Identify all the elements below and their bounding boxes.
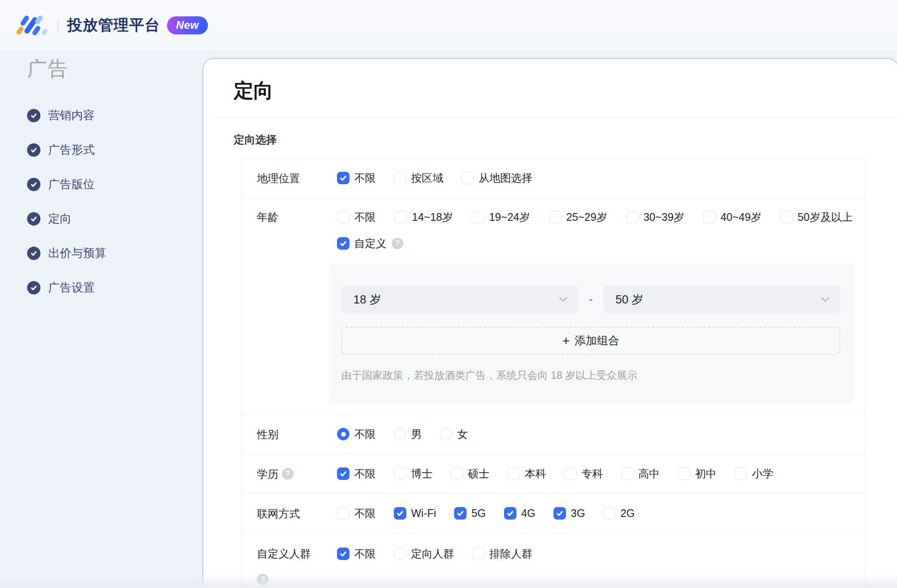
checkbox-option-age[interactable]: 不限: [337, 210, 376, 224]
form-row-age: 年龄不限14~18岁19~24岁25~29岁30~39岁40~49岁50岁及以上…: [242, 198, 865, 415]
help-icon[interactable]: [282, 468, 294, 480]
add-combination-button[interactable]: +添加组合: [341, 327, 840, 355]
sidebar-item-ad-placement[interactable]: 广告版位: [27, 176, 203, 193]
checkbox-option-education[interactable]: 不限: [337, 467, 376, 481]
row-label-text: 学历: [257, 465, 278, 483]
checkbox-option-custom-audience[interactable]: 定向人群: [394, 547, 454, 561]
checkbox-checked[interactable]: [337, 237, 350, 250]
option-label: 排除人群: [489, 547, 532, 561]
app-title: 投放管理平台: [67, 15, 160, 35]
checkbox-option-network[interactable]: 5G: [454, 507, 486, 520]
option-label: 专科: [582, 467, 603, 481]
checkbox-option-age[interactable]: 25~29岁: [549, 210, 607, 224]
checkbox-unchecked[interactable]: [507, 467, 520, 480]
row-label-gender: 性别: [242, 426, 337, 443]
checkbox-checked[interactable]: [337, 548, 350, 560]
new-badge: New: [167, 16, 208, 34]
checkbox-unchecked[interactable]: [472, 211, 484, 223]
checkbox-option-network[interactable]: 4G: [504, 507, 535, 520]
checkbox-unchecked[interactable]: [472, 548, 485, 560]
help-icon[interactable]: [392, 238, 403, 249]
row-content: 不限按区域从地图选择: [337, 170, 865, 187]
checkbox-option-age[interactable]: 自定义: [337, 236, 387, 251]
radio-option-gender[interactable]: 男: [394, 427, 422, 441]
checkbox-checked[interactable]: [337, 172, 350, 184]
checkbox-option-age[interactable]: 30~39岁: [626, 210, 684, 224]
radio-option-gender[interactable]: 不限: [337, 427, 376, 441]
option-label: 2G: [620, 507, 634, 520]
checkbox-unchecked[interactable]: [703, 211, 716, 223]
checkbox-option-education[interactable]: 本科: [507, 467, 546, 481]
checkbox-unchecked[interactable]: [549, 211, 561, 223]
checkbox-unchecked[interactable]: [394, 548, 406, 560]
checkbox-unchecked[interactable]: [626, 211, 639, 223]
checkbox-option-age[interactable]: 50岁及以上: [780, 210, 853, 224]
radio-unchecked[interactable]: [440, 428, 452, 440]
sidebar-item-bid-budget[interactable]: 出价与预算: [27, 244, 203, 262]
checkbox-option-network[interactable]: 2G: [603, 507, 634, 520]
page-title: 定向: [234, 77, 273, 104]
age-from-select[interactable]: 18 岁: [341, 285, 578, 313]
checkbox-checked[interactable]: [394, 507, 406, 520]
checkbox-option-education[interactable]: 博士: [394, 467, 433, 481]
option-label: 从地图选择: [479, 171, 532, 185]
checkbox-unchecked[interactable]: [394, 467, 406, 480]
row-label-education: 学历: [242, 465, 337, 483]
checkbox-unchecked[interactable]: [621, 467, 634, 480]
checkbox-unchecked[interactable]: [564, 467, 577, 480]
row-label-text: 联网方式: [257, 505, 300, 522]
form-row-custom-audience: 自定义人群不限定向人群排除人群: [242, 533, 865, 588]
sidebar-item-ad-settings[interactable]: 广告设置: [27, 279, 203, 296]
radio-option-gender[interactable]: 女: [440, 427, 468, 441]
app-header: 投放管理平台 New: [0, 0, 897, 50]
checkbox-option-geo[interactable]: 按区域: [394, 171, 443, 185]
sidebar-item-targeting[interactable]: 定向: [27, 210, 203, 227]
radio-checked[interactable]: [337, 428, 350, 440]
checkbox-unchecked[interactable]: [461, 172, 474, 184]
sidebar-nav: 营销内容广告形式广告版位定向出价与预算广告设置: [27, 107, 203, 296]
sidebar-item-label: 定向: [48, 211, 71, 226]
option-label: 50岁及以上: [798, 210, 853, 224]
check-circle-icon: [27, 178, 40, 191]
checkbox-option-custom-audience[interactable]: 排除人群: [472, 547, 532, 561]
sidebar-item-ad-format[interactable]: 广告形式: [27, 141, 203, 158]
checkbox-option-geo[interactable]: 不限: [337, 171, 376, 185]
option-label: 定向人群: [411, 547, 454, 561]
checkbox-unchecked[interactable]: [451, 467, 463, 480]
checkbox-checked[interactable]: [554, 507, 566, 520]
checkbox-option-education[interactable]: 初中: [678, 467, 717, 481]
checkbox-unchecked[interactable]: [337, 507, 350, 520]
checkbox-option-education[interactable]: 小学: [735, 467, 773, 481]
option-label: 30~39岁: [643, 210, 684, 224]
checkbox-option-age[interactable]: 40~49岁: [703, 210, 761, 224]
checkbox-option-education[interactable]: 高中: [621, 467, 660, 481]
options-line: 不限博士硕士本科专科高中初中小学: [337, 465, 865, 483]
checkbox-checked[interactable]: [454, 507, 467, 520]
checkbox-option-network[interactable]: 不限: [337, 506, 376, 520]
checkbox-unchecked[interactable]: [337, 211, 350, 223]
checkbox-option-network[interactable]: 3G: [554, 507, 585, 520]
checkbox-checked[interactable]: [337, 467, 350, 480]
checkbox-option-education[interactable]: 硕士: [451, 467, 489, 481]
checkbox-checked[interactable]: [504, 507, 517, 520]
checkbox-unchecked[interactable]: [735, 467, 747, 480]
checkbox-option-network[interactable]: Wi-Fi: [394, 507, 436, 520]
checkbox-unchecked[interactable]: [678, 467, 690, 480]
help-icon[interactable]: [257, 574, 269, 585]
option-label: 不限: [354, 547, 376, 561]
checkbox-unchecked[interactable]: [394, 172, 406, 184]
age-to-select[interactable]: 50 岁: [603, 285, 840, 313]
row-label-text: 性别: [257, 426, 278, 443]
checkbox-unchecked[interactable]: [603, 507, 616, 520]
radio-unchecked[interactable]: [394, 428, 406, 440]
checkbox-option-age[interactable]: 19~24岁: [472, 210, 530, 224]
checkbox-unchecked[interactable]: [395, 211, 407, 223]
checkbox-option-custom-audience[interactable]: 不限: [337, 547, 376, 561]
checkbox-option-age[interactable]: 14~18岁: [395, 210, 453, 224]
options-line: 不限Wi-Fi5G4G3G2G: [337, 505, 865, 522]
checkbox-option-education[interactable]: 专科: [564, 467, 603, 481]
sidebar-item-marketing-content[interactable]: 营销内容: [27, 107, 203, 124]
row-content: 不限博士硕士本科专科高中初中小学: [337, 465, 865, 483]
checkbox-option-geo[interactable]: 从地图选择: [461, 171, 532, 185]
checkbox-unchecked[interactable]: [780, 211, 793, 223]
